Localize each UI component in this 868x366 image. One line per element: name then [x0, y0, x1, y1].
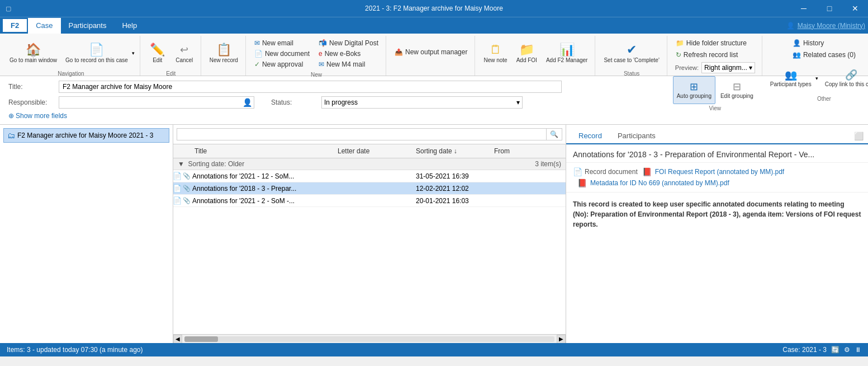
history-icon: 👤 — [793, 39, 801, 47]
group-collapse-icon[interactable]: ▼ — [178, 160, 184, 168]
panel-docs: 📄 Record document 📕 FOI Request Report (… — [566, 163, 868, 193]
new-email-btn[interactable]: ✉ New email — [250, 38, 314, 48]
maximize-btn[interactable]: □ — [817, 0, 842, 17]
set-case-complete-btn[interactable]: ✔ Set case to 'Complete' — [600, 37, 663, 69]
new-record-icon: 📋 — [216, 44, 231, 56]
tab-participants[interactable]: Participants — [610, 128, 663, 144]
new-document-btn[interactable]: 📄 New document — [250, 49, 314, 59]
status-left: Items: 3 - updated today 07:30 (a minute… — [7, 346, 143, 354]
ribbon-group-status: ✔ Set case to 'Complete' Status — [596, 36, 667, 76]
title-bar-logo: ▢ — [6, 5, 11, 12]
tree-item[interactable]: 🗂 F2 Manager archive for Maisy Moore 202… — [3, 128, 169, 143]
title-bar: ▢ 2021 - 3: F2 Manager archive for Maisy… — [0, 0, 868, 17]
record-doc-icon: 📄 — [573, 167, 582, 176]
go-to-main-window-btn[interactable]: 🏠 Go to main window — [6, 37, 61, 69]
horizontal-scrollbar[interactable]: ◀ ▶ — [173, 334, 566, 343]
row-icons-2: 📄 📎 — [173, 184, 190, 193]
go-to-record-arrow[interactable]: ▾ — [131, 37, 136, 69]
menu-f2[interactable]: F2 — [3, 19, 27, 32]
panel-expand-btn[interactable]: ⬜ — [854, 132, 864, 140]
list-item[interactable]: 📄 📎 Annotations for '2021 - 12 - SoM... … — [173, 170, 566, 182]
sort-arrow-icon: ↓ — [454, 147, 457, 155]
doc-type-icon: 📄 — [173, 196, 182, 205]
minimize-btn[interactable]: ─ — [791, 0, 817, 17]
edit-btn[interactable]: ✏️ Edit — [145, 37, 170, 69]
auto-grouping-btn[interactable]: ⊞ Auto grouping — [673, 76, 715, 104]
new-note-btn[interactable]: 🗒 New note — [480, 37, 511, 69]
close-btn[interactable]: ✕ — [842, 0, 868, 17]
show-more-fields[interactable]: ⊕ Show more fields — [8, 112, 860, 120]
col-header-sorting-date[interactable]: Sorting date ↓ — [411, 146, 490, 156]
scroll-right-btn[interactable]: ▶ — [557, 335, 566, 344]
row-title-3: Annotations for '2021 - 2 - SoM -... — [190, 197, 333, 205]
status-sync-icon: 🔄 — [831, 346, 839, 354]
refresh-record-list-btn[interactable]: ↻ Refresh record list — [672, 50, 758, 60]
add-foi-btn[interactable]: 📁 Add FOI — [513, 37, 541, 69]
menu-participants[interactable]: Participants — [61, 18, 115, 34]
col-header-letter-date[interactable]: Letter date — [333, 146, 411, 156]
edit-grouping-btn[interactable]: ⊟ Edit grouping — [717, 76, 757, 104]
menu-case[interactable]: Case — [28, 18, 60, 34]
hide-folder-structure-btn[interactable]: 📁 Hide folder structure — [672, 38, 758, 48]
row-icons-1: 📄 📎 — [173, 172, 190, 180]
new-m4-mail-btn[interactable]: ✉ New M4 mail — [315, 59, 382, 69]
menu-help[interactable]: Help — [114, 18, 145, 34]
go-to-record-btn[interactable]: 📄 Go to record on this case — [62, 37, 131, 69]
doc-type-icon: 📄 — [173, 172, 182, 180]
title-input[interactable] — [59, 81, 562, 93]
preview-dropdown[interactable]: Right alignm... ▾ — [701, 62, 755, 73]
participant-types-arrow[interactable]: ▾ — [814, 62, 820, 95]
menu-user[interactable]: 👤 Maisy Moore (Ministry) — [786, 22, 865, 30]
participant-types-btn[interactable]: 👥 Participant types — [767, 62, 814, 95]
related-cases-btn[interactable]: 👥 Related cases (0) — [789, 50, 860, 60]
history-btn[interactable]: 👤 History — [789, 38, 860, 48]
status-label: Status: — [271, 98, 316, 106]
cancel-icon: ↩ — [180, 44, 188, 56]
cancel-btn[interactable]: ↩ Cancel — [172, 37, 197, 69]
responsible-input[interactable] — [59, 96, 254, 109]
left-tree: 🗂 F2 Manager archive for Maisy Moore 202… — [0, 125, 173, 343]
status-select[interactable]: In progress ▾ — [321, 96, 523, 109]
note-icon: 🗒 — [490, 44, 502, 56]
search-button[interactable]: 🔍 — [547, 128, 562, 140]
ribbon-group-output: 📤 New output manager — [387, 36, 475, 76]
participant-types-icon: 👥 — [785, 70, 797, 80]
status-settings-icon: ⚙ — [844, 346, 850, 354]
row-icons-3: 📄 📎 — [173, 196, 190, 205]
search-input[interactable] — [177, 128, 547, 140]
panel-body: This record is created to keep user spec… — [566, 193, 868, 236]
list-item[interactable]: 📄 📎 Annotations for '2018 - 3 - Prepar..… — [173, 182, 566, 195]
search-icon: 🔍 — [550, 130, 558, 138]
new-digital-post-btn[interactable]: 📬 New Digital Post — [315, 38, 382, 48]
scroll-track — [184, 336, 554, 342]
f2-manager-icon: 📊 — [559, 44, 575, 56]
scroll-left-btn[interactable]: ◀ — [173, 335, 182, 344]
new-approval-btn[interactable]: ✓ New approval — [250, 59, 314, 69]
menu-bar: F2 Case Participants Help 👤 Maisy Moore … — [0, 17, 868, 34]
foi-icon: 📁 — [519, 44, 534, 56]
scroll-thumb[interactable] — [184, 336, 218, 342]
list-group-header: ▼ Sorting date: Older 3 item(s) — [173, 158, 566, 170]
tab-record[interactable]: Record — [571, 128, 610, 144]
content-area: 🗂 F2 Manager archive for Maisy Moore 202… — [0, 125, 868, 343]
go-to-record-split: 📄 Go to record on this case ▾ — [62, 37, 136, 69]
col-header-title[interactable]: Title — [190, 146, 333, 156]
col-header-from[interactable]: From — [490, 146, 557, 156]
window-title: 2021 - 3: F2 Manager archive for Maisy M… — [365, 4, 503, 12]
doc1-link[interactable]: 📕 FOI Request Report (annotated by MM).p… — [642, 167, 784, 176]
user-name: Maisy Moore (Ministry) — [798, 22, 865, 30]
new-output-manager-btn[interactable]: 📤 New output manager — [391, 47, 471, 57]
refresh-icon: ↻ — [676, 51, 681, 59]
doc2-link[interactable]: 📕 Metadata for ID No 669 (annotated by M… — [573, 179, 861, 187]
new-e-boks-btn[interactable]: e New e-Boks — [315, 49, 382, 59]
edit-grouping-icon: ⊟ — [733, 82, 741, 92]
copy-link-btn[interactable]: 🔗 Copy link to this case — [821, 62, 868, 95]
status-chevron-icon: ▾ — [516, 98, 520, 106]
list-body: ▼ Sorting date: Older 3 item(s) 📄 📎 Anno… — [173, 158, 566, 334]
email-icon: ✉ — [254, 39, 260, 47]
add-f2-manager-btn[interactable]: 📊 Add F2 Manager — [542, 37, 592, 69]
attachment-icon: 📎 — [183, 185, 191, 192]
m4-mail-icon: ✉ — [319, 60, 324, 68]
list-item[interactable]: 📄 📎 Annotations for '2021 - 2 - SoM -...… — [173, 195, 566, 207]
new-record-btn[interactable]: 📋 New record — [206, 37, 242, 69]
